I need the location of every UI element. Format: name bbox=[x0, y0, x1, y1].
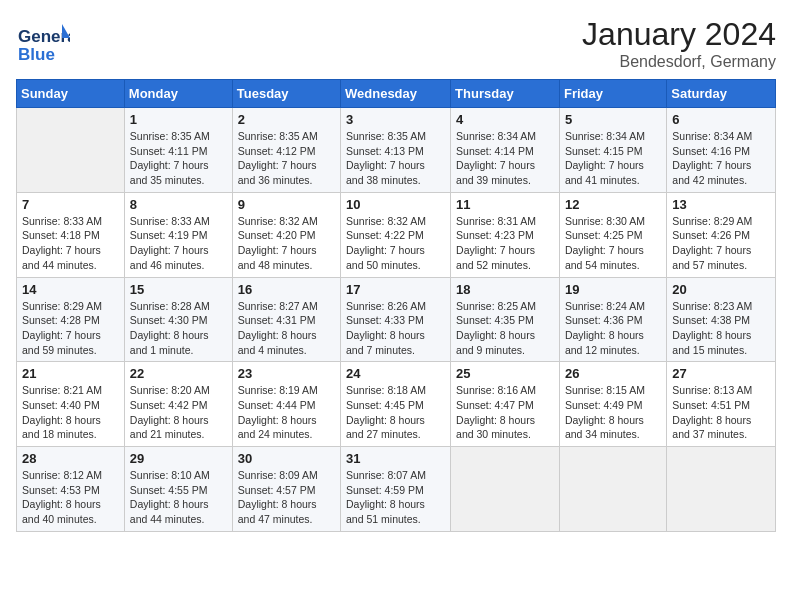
page-subtitle: Bendesdorf, Germany bbox=[582, 53, 776, 71]
day-number: 17 bbox=[346, 282, 445, 297]
title-block: January 2024 Bendesdorf, Germany bbox=[582, 16, 776, 71]
day-info: Sunrise: 8:15 AM Sunset: 4:49 PM Dayligh… bbox=[565, 383, 661, 442]
day-number: 23 bbox=[238, 366, 335, 381]
day-info: Sunrise: 8:16 AM Sunset: 4:47 PM Dayligh… bbox=[456, 383, 554, 442]
day-number: 28 bbox=[22, 451, 119, 466]
day-info: Sunrise: 8:34 AM Sunset: 4:14 PM Dayligh… bbox=[456, 129, 554, 188]
calendar-cell: 7Sunrise: 8:33 AM Sunset: 4:18 PM Daylig… bbox=[17, 192, 125, 277]
day-number: 31 bbox=[346, 451, 445, 466]
calendar-cell: 13Sunrise: 8:29 AM Sunset: 4:26 PM Dayli… bbox=[667, 192, 776, 277]
col-header-friday: Friday bbox=[559, 80, 666, 108]
page-title: January 2024 bbox=[582, 16, 776, 53]
calendar-cell: 30Sunrise: 8:09 AM Sunset: 4:57 PM Dayli… bbox=[232, 447, 340, 532]
day-info: Sunrise: 8:29 AM Sunset: 4:28 PM Dayligh… bbox=[22, 299, 119, 358]
calendar-cell: 16Sunrise: 8:27 AM Sunset: 4:31 PM Dayli… bbox=[232, 277, 340, 362]
day-number: 13 bbox=[672, 197, 770, 212]
col-header-sunday: Sunday bbox=[17, 80, 125, 108]
calendar-week-row: 21Sunrise: 8:21 AM Sunset: 4:40 PM Dayli… bbox=[17, 362, 776, 447]
calendar-cell: 12Sunrise: 8:30 AM Sunset: 4:25 PM Dayli… bbox=[559, 192, 666, 277]
day-info: Sunrise: 8:24 AM Sunset: 4:36 PM Dayligh… bbox=[565, 299, 661, 358]
calendar-table: SundayMondayTuesdayWednesdayThursdayFrid… bbox=[16, 79, 776, 532]
calendar-cell: 23Sunrise: 8:19 AM Sunset: 4:44 PM Dayli… bbox=[232, 362, 340, 447]
day-number: 22 bbox=[130, 366, 227, 381]
day-info: Sunrise: 8:35 AM Sunset: 4:11 PM Dayligh… bbox=[130, 129, 227, 188]
day-info: Sunrise: 8:34 AM Sunset: 4:15 PM Dayligh… bbox=[565, 129, 661, 188]
day-info: Sunrise: 8:20 AM Sunset: 4:42 PM Dayligh… bbox=[130, 383, 227, 442]
calendar-cell: 5Sunrise: 8:34 AM Sunset: 4:15 PM Daylig… bbox=[559, 108, 666, 193]
day-info: Sunrise: 8:27 AM Sunset: 4:31 PM Dayligh… bbox=[238, 299, 335, 358]
calendar-cell: 15Sunrise: 8:28 AM Sunset: 4:30 PM Dayli… bbox=[124, 277, 232, 362]
day-number: 15 bbox=[130, 282, 227, 297]
day-info: Sunrise: 8:26 AM Sunset: 4:33 PM Dayligh… bbox=[346, 299, 445, 358]
day-info: Sunrise: 8:18 AM Sunset: 4:45 PM Dayligh… bbox=[346, 383, 445, 442]
calendar-cell bbox=[667, 447, 776, 532]
day-number: 21 bbox=[22, 366, 119, 381]
calendar-week-row: 7Sunrise: 8:33 AM Sunset: 4:18 PM Daylig… bbox=[17, 192, 776, 277]
calendar-cell: 11Sunrise: 8:31 AM Sunset: 4:23 PM Dayli… bbox=[451, 192, 560, 277]
logo: General Blue bbox=[16, 16, 70, 70]
page-header: General Blue January 2024 Bendesdorf, Ge… bbox=[16, 16, 776, 71]
day-number: 10 bbox=[346, 197, 445, 212]
calendar-cell: 4Sunrise: 8:34 AM Sunset: 4:14 PM Daylig… bbox=[451, 108, 560, 193]
calendar-cell: 31Sunrise: 8:07 AM Sunset: 4:59 PM Dayli… bbox=[341, 447, 451, 532]
day-info: Sunrise: 8:21 AM Sunset: 4:40 PM Dayligh… bbox=[22, 383, 119, 442]
calendar-cell: 6Sunrise: 8:34 AM Sunset: 4:16 PM Daylig… bbox=[667, 108, 776, 193]
day-info: Sunrise: 8:32 AM Sunset: 4:20 PM Dayligh… bbox=[238, 214, 335, 273]
day-info: Sunrise: 8:19 AM Sunset: 4:44 PM Dayligh… bbox=[238, 383, 335, 442]
calendar-cell: 21Sunrise: 8:21 AM Sunset: 4:40 PM Dayli… bbox=[17, 362, 125, 447]
calendar-cell: 14Sunrise: 8:29 AM Sunset: 4:28 PM Dayli… bbox=[17, 277, 125, 362]
day-info: Sunrise: 8:35 AM Sunset: 4:12 PM Dayligh… bbox=[238, 129, 335, 188]
calendar-cell bbox=[17, 108, 125, 193]
day-info: Sunrise: 8:13 AM Sunset: 4:51 PM Dayligh… bbox=[672, 383, 770, 442]
day-number: 14 bbox=[22, 282, 119, 297]
calendar-cell bbox=[559, 447, 666, 532]
calendar-cell: 27Sunrise: 8:13 AM Sunset: 4:51 PM Dayli… bbox=[667, 362, 776, 447]
calendar-cell: 24Sunrise: 8:18 AM Sunset: 4:45 PM Dayli… bbox=[341, 362, 451, 447]
day-number: 11 bbox=[456, 197, 554, 212]
calendar-header-row: SundayMondayTuesdayWednesdayThursdayFrid… bbox=[17, 80, 776, 108]
calendar-week-row: 28Sunrise: 8:12 AM Sunset: 4:53 PM Dayli… bbox=[17, 447, 776, 532]
day-number: 6 bbox=[672, 112, 770, 127]
logo-icon: General Blue bbox=[16, 16, 70, 70]
day-number: 18 bbox=[456, 282, 554, 297]
calendar-cell: 9Sunrise: 8:32 AM Sunset: 4:20 PM Daylig… bbox=[232, 192, 340, 277]
day-number: 3 bbox=[346, 112, 445, 127]
day-info: Sunrise: 8:30 AM Sunset: 4:25 PM Dayligh… bbox=[565, 214, 661, 273]
calendar-cell: 17Sunrise: 8:26 AM Sunset: 4:33 PM Dayli… bbox=[341, 277, 451, 362]
day-number: 24 bbox=[346, 366, 445, 381]
day-number: 20 bbox=[672, 282, 770, 297]
day-info: Sunrise: 8:32 AM Sunset: 4:22 PM Dayligh… bbox=[346, 214, 445, 273]
calendar-cell: 26Sunrise: 8:15 AM Sunset: 4:49 PM Dayli… bbox=[559, 362, 666, 447]
day-number: 5 bbox=[565, 112, 661, 127]
day-number: 7 bbox=[22, 197, 119, 212]
day-info: Sunrise: 8:29 AM Sunset: 4:26 PM Dayligh… bbox=[672, 214, 770, 273]
day-number: 12 bbox=[565, 197, 661, 212]
calendar-cell: 18Sunrise: 8:25 AM Sunset: 4:35 PM Dayli… bbox=[451, 277, 560, 362]
col-header-monday: Monday bbox=[124, 80, 232, 108]
day-info: Sunrise: 8:23 AM Sunset: 4:38 PM Dayligh… bbox=[672, 299, 770, 358]
calendar-cell: 20Sunrise: 8:23 AM Sunset: 4:38 PM Dayli… bbox=[667, 277, 776, 362]
calendar-cell: 19Sunrise: 8:24 AM Sunset: 4:36 PM Dayli… bbox=[559, 277, 666, 362]
day-info: Sunrise: 8:07 AM Sunset: 4:59 PM Dayligh… bbox=[346, 468, 445, 527]
calendar-cell: 1Sunrise: 8:35 AM Sunset: 4:11 PM Daylig… bbox=[124, 108, 232, 193]
day-info: Sunrise: 8:33 AM Sunset: 4:19 PM Dayligh… bbox=[130, 214, 227, 273]
day-number: 27 bbox=[672, 366, 770, 381]
day-info: Sunrise: 8:09 AM Sunset: 4:57 PM Dayligh… bbox=[238, 468, 335, 527]
calendar-cell: 2Sunrise: 8:35 AM Sunset: 4:12 PM Daylig… bbox=[232, 108, 340, 193]
day-info: Sunrise: 8:28 AM Sunset: 4:30 PM Dayligh… bbox=[130, 299, 227, 358]
day-number: 2 bbox=[238, 112, 335, 127]
calendar-week-row: 1Sunrise: 8:35 AM Sunset: 4:11 PM Daylig… bbox=[17, 108, 776, 193]
day-number: 19 bbox=[565, 282, 661, 297]
calendar-cell: 3Sunrise: 8:35 AM Sunset: 4:13 PM Daylig… bbox=[341, 108, 451, 193]
day-number: 30 bbox=[238, 451, 335, 466]
col-header-tuesday: Tuesday bbox=[232, 80, 340, 108]
col-header-thursday: Thursday bbox=[451, 80, 560, 108]
calendar-cell: 10Sunrise: 8:32 AM Sunset: 4:22 PM Dayli… bbox=[341, 192, 451, 277]
day-number: 25 bbox=[456, 366, 554, 381]
calendar-week-row: 14Sunrise: 8:29 AM Sunset: 4:28 PM Dayli… bbox=[17, 277, 776, 362]
calendar-cell: 25Sunrise: 8:16 AM Sunset: 4:47 PM Dayli… bbox=[451, 362, 560, 447]
day-number: 16 bbox=[238, 282, 335, 297]
day-number: 9 bbox=[238, 197, 335, 212]
day-info: Sunrise: 8:34 AM Sunset: 4:16 PM Dayligh… bbox=[672, 129, 770, 188]
calendar-cell: 22Sunrise: 8:20 AM Sunset: 4:42 PM Dayli… bbox=[124, 362, 232, 447]
